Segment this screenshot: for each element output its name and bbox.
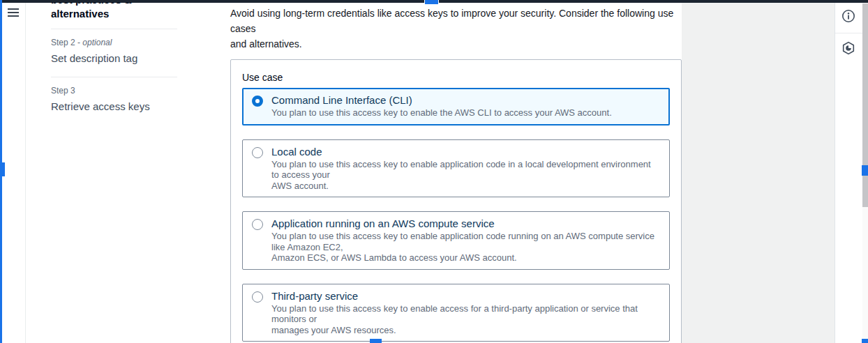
use-case-option-cli[interactable]: Command Line Interface (CLI) You plan to… — [242, 88, 670, 125]
option-title: Command Line Interface (CLI) — [271, 93, 661, 107]
bottom-edge-mark — [370, 339, 382, 343]
option-description: You plan to use this access key to enabl… — [271, 107, 661, 119]
option-title: Application running on an AWS compute se… — [271, 217, 661, 230]
tools-rail — [835, 3, 862, 343]
radio-icon[interactable] — [252, 147, 263, 158]
option-description: You plan to use this access key to enabl… — [271, 159, 661, 192]
step2-label: Step 2 - optional — [51, 38, 209, 47]
use-case-option-aws-compute[interactable]: Application running on an AWS compute se… — [242, 211, 670, 270]
hexagon-tool-icon[interactable] — [841, 41, 855, 55]
scrollbar-thumb[interactable] — [862, 3, 868, 207]
option-title: Third-party service — [271, 289, 661, 303]
divider — [51, 77, 177, 77]
sidebar-item-step3[interactable]: Retrieve access keys — [51, 100, 209, 114]
info-icon[interactable] — [841, 9, 855, 23]
radio-icon[interactable] — [252, 291, 263, 303]
left-edge-handle — [0, 162, 5, 176]
step3-label: Step 3 — [51, 86, 209, 96]
bottom-right-edge-mark — [862, 339, 868, 343]
use-case-card: Use case Command Line Interface (CLI) Yo… — [230, 59, 682, 343]
use-case-option-local-code[interactable]: Local code You plan to use this access k… — [242, 139, 670, 198]
option-title: Local code — [271, 145, 661, 158]
collapsed-side-nav — [2, 3, 26, 343]
radio-icon[interactable] — [252, 219, 263, 230]
divider — [835, 33, 862, 33]
use-case-label: Use case — [242, 71, 670, 84]
intro-text: Avoid using long-term credentials like a… — [230, 3, 682, 52]
sidebar-item-step2[interactable]: Set description tag — [51, 52, 209, 66]
option-description: You plan to use this access key to enabl… — [271, 303, 661, 336]
canvas-background — [682, 3, 835, 343]
option-description: You plan to use this access key to enabl… — [271, 231, 661, 264]
wizard-content: Avoid using long-term credentials like a… — [230, 3, 682, 343]
radio-selected-icon[interactable] — [252, 96, 263, 107]
menu-icon[interactable] — [8, 8, 19, 18]
wizard-steps-nav: best practices & alternatives Step 2 - o… — [26, 3, 209, 114]
divider — [51, 29, 177, 29]
step1-title: alternatives — [51, 7, 209, 20]
top-edge-handle — [424, 0, 439, 5]
right-edge-handle — [862, 165, 868, 176]
use-case-option-third-party[interactable]: Third-party service You plan to use this… — [242, 284, 670, 342]
